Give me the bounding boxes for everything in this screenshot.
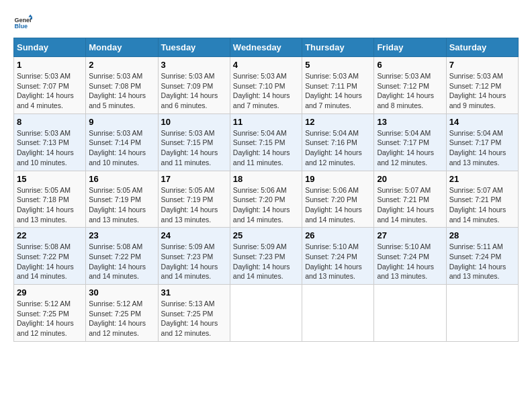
day-number: 28	[449, 230, 515, 240]
day-number: 1	[17, 60, 83, 70]
calendar-cell	[374, 285, 446, 342]
day-number: 25	[233, 230, 299, 240]
day-header-thursday: Thursday	[302, 38, 374, 57]
header: General Blue	[13, 13, 519, 32]
day-header-saturday: Saturday	[446, 38, 518, 57]
calendar-cell: 30 Sunrise: 5:12 AMSunset: 7:25 PMDaylig…	[86, 285, 158, 342]
calendar-body: 1 Sunrise: 5:03 AMSunset: 7:07 PMDayligh…	[14, 57, 519, 342]
day-header-wednesday: Wednesday	[230, 38, 302, 57]
calendar-cell: 6 Sunrise: 5:03 AMSunset: 7:12 PMDayligh…	[374, 57, 446, 114]
calendar-cell: 18 Sunrise: 5:06 AMSunset: 7:20 PMDaylig…	[230, 171, 302, 228]
day-info: Sunrise: 5:03 AMSunset: 7:14 PMDaylight:…	[89, 129, 146, 167]
calendar-cell: 23 Sunrise: 5:08 AMSunset: 7:22 PMDaylig…	[86, 228, 158, 285]
day-info: Sunrise: 5:03 AMSunset: 7:12 PMDaylight:…	[377, 72, 434, 109]
day-number: 15	[17, 174, 83, 184]
day-header-friday: Friday	[374, 38, 446, 57]
calendar-cell: 29 Sunrise: 5:12 AMSunset: 7:25 PMDaylig…	[14, 285, 86, 342]
calendar-cell: 2 Sunrise: 5:03 AMSunset: 7:08 PMDayligh…	[86, 57, 158, 114]
day-info: Sunrise: 5:03 AMSunset: 7:11 PMDaylight:…	[305, 72, 362, 109]
day-info: Sunrise: 5:09 AMSunset: 7:23 PMDaylight:…	[233, 242, 290, 280]
day-number: 7	[449, 60, 515, 70]
day-number: 6	[377, 60, 443, 70]
calendar-cell: 14 Sunrise: 5:04 AMSunset: 7:17 PMDaylig…	[446, 113, 518, 171]
day-number: 24	[161, 230, 227, 240]
calendar-cell: 20 Sunrise: 5:07 AMSunset: 7:21 PMDaylig…	[374, 171, 446, 228]
calendar-header-row: SundayMondayTuesdayWednesdayThursdayFrid…	[14, 38, 519, 57]
day-info: Sunrise: 5:04 AMSunset: 7:15 PMDaylight:…	[233, 129, 290, 167]
day-number: 5	[305, 60, 371, 70]
day-info: Sunrise: 5:03 AMSunset: 7:12 PMDaylight:…	[449, 72, 506, 109]
day-number: 26	[305, 230, 371, 240]
day-number: 3	[161, 60, 227, 70]
calendar-week-row: 15 Sunrise: 5:05 AMSunset: 7:18 PMDaylig…	[14, 171, 519, 228]
calendar-cell: 31 Sunrise: 5:13 AMSunset: 7:25 PMDaylig…	[158, 285, 230, 342]
day-number: 9	[89, 117, 154, 127]
day-info: Sunrise: 5:13 AMSunset: 7:25 PMDaylight:…	[161, 300, 218, 337]
day-number: 14	[449, 117, 515, 127]
day-header-sunday: Sunday	[14, 38, 86, 57]
calendar-cell: 21 Sunrise: 5:07 AMSunset: 7:21 PMDaylig…	[446, 171, 518, 228]
day-number: 4	[233, 60, 299, 70]
day-number: 12	[305, 117, 371, 127]
day-number: 16	[89, 174, 154, 184]
day-number: 29	[17, 287, 83, 298]
day-number: 22	[17, 230, 83, 240]
day-info: Sunrise: 5:08 AMSunset: 7:22 PMDaylight:…	[17, 242, 74, 280]
day-info: Sunrise: 5:12 AMSunset: 7:25 PMDaylight:…	[17, 300, 74, 337]
svg-text:General: General	[14, 17, 32, 24]
day-number: 13	[377, 117, 443, 127]
calendar-cell: 1 Sunrise: 5:03 AMSunset: 7:07 PMDayligh…	[14, 57, 86, 114]
day-info: Sunrise: 5:10 AMSunset: 7:24 PMDaylight:…	[305, 242, 362, 280]
day-number: 18	[233, 174, 299, 184]
calendar-cell: 26 Sunrise: 5:10 AMSunset: 7:24 PMDaylig…	[302, 228, 374, 285]
calendar-cell	[302, 285, 374, 342]
day-info: Sunrise: 5:03 AMSunset: 7:08 PMDaylight:…	[89, 72, 146, 109]
day-number: 10	[161, 117, 227, 127]
calendar-cell: 17 Sunrise: 5:05 AMSunset: 7:19 PMDaylig…	[158, 171, 230, 228]
calendar-cell	[230, 285, 302, 342]
day-info: Sunrise: 5:04 AMSunset: 7:17 PMDaylight:…	[377, 129, 434, 167]
day-number: 17	[161, 174, 227, 184]
calendar-cell: 13 Sunrise: 5:04 AMSunset: 7:17 PMDaylig…	[374, 113, 446, 171]
calendar-cell: 10 Sunrise: 5:03 AMSunset: 7:15 PMDaylig…	[158, 113, 230, 171]
calendar-week-row: 29 Sunrise: 5:12 AMSunset: 7:25 PMDaylig…	[14, 285, 519, 342]
day-header-monday: Monday	[86, 38, 158, 57]
svg-text:Blue: Blue	[14, 23, 28, 30]
calendar-cell: 19 Sunrise: 5:06 AMSunset: 7:20 PMDaylig…	[302, 171, 374, 228]
calendar-cell: 24 Sunrise: 5:09 AMSunset: 7:23 PMDaylig…	[158, 228, 230, 285]
svg-marker-2	[28, 14, 32, 17]
day-info: Sunrise: 5:05 AMSunset: 7:19 PMDaylight:…	[161, 186, 218, 224]
day-info: Sunrise: 5:03 AMSunset: 7:10 PMDaylight:…	[233, 72, 290, 109]
calendar-cell: 5 Sunrise: 5:03 AMSunset: 7:11 PMDayligh…	[302, 57, 374, 114]
day-info: Sunrise: 5:12 AMSunset: 7:25 PMDaylight:…	[89, 300, 146, 337]
day-info: Sunrise: 5:05 AMSunset: 7:18 PMDaylight:…	[17, 186, 74, 224]
day-number: 27	[377, 230, 443, 240]
calendar-cell: 27 Sunrise: 5:10 AMSunset: 7:24 PMDaylig…	[374, 228, 446, 285]
day-number: 30	[89, 287, 154, 298]
day-info: Sunrise: 5:06 AMSunset: 7:20 PMDaylight:…	[233, 186, 290, 224]
calendar-cell: 9 Sunrise: 5:03 AMSunset: 7:14 PMDayligh…	[86, 113, 158, 171]
calendar-table: SundayMondayTuesdayWednesdayThursdayFrid…	[13, 38, 519, 342]
calendar-cell: 16 Sunrise: 5:05 AMSunset: 7:19 PMDaylig…	[86, 171, 158, 228]
calendar-cell	[446, 285, 518, 342]
calendar-cell: 8 Sunrise: 5:03 AMSunset: 7:13 PMDayligh…	[14, 113, 86, 171]
day-number: 11	[233, 117, 299, 127]
day-info: Sunrise: 5:07 AMSunset: 7:21 PMDaylight:…	[377, 186, 434, 224]
day-number: 8	[17, 117, 83, 127]
day-info: Sunrise: 5:03 AMSunset: 7:15 PMDaylight:…	[161, 129, 218, 167]
day-info: Sunrise: 5:03 AMSunset: 7:07 PMDaylight:…	[17, 72, 74, 109]
logo: General Blue	[13, 13, 32, 32]
calendar-week-row: 8 Sunrise: 5:03 AMSunset: 7:13 PMDayligh…	[14, 113, 519, 171]
calendar-cell: 3 Sunrise: 5:03 AMSunset: 7:09 PMDayligh…	[158, 57, 230, 114]
calendar-cell: 22 Sunrise: 5:08 AMSunset: 7:22 PMDaylig…	[14, 228, 86, 285]
calendar-cell: 15 Sunrise: 5:05 AMSunset: 7:18 PMDaylig…	[14, 171, 86, 228]
day-number: 2	[89, 60, 154, 70]
day-info: Sunrise: 5:04 AMSunset: 7:17 PMDaylight:…	[449, 129, 506, 167]
logo-icon: General Blue	[13, 13, 32, 32]
day-info: Sunrise: 5:07 AMSunset: 7:21 PMDaylight:…	[449, 186, 506, 224]
calendar-cell: 25 Sunrise: 5:09 AMSunset: 7:23 PMDaylig…	[230, 228, 302, 285]
day-info: Sunrise: 5:09 AMSunset: 7:23 PMDaylight:…	[161, 242, 218, 280]
calendar-week-row: 22 Sunrise: 5:08 AMSunset: 7:22 PMDaylig…	[14, 228, 519, 285]
calendar-cell: 12 Sunrise: 5:04 AMSunset: 7:16 PMDaylig…	[302, 113, 374, 171]
day-info: Sunrise: 5:10 AMSunset: 7:24 PMDaylight:…	[377, 242, 434, 280]
